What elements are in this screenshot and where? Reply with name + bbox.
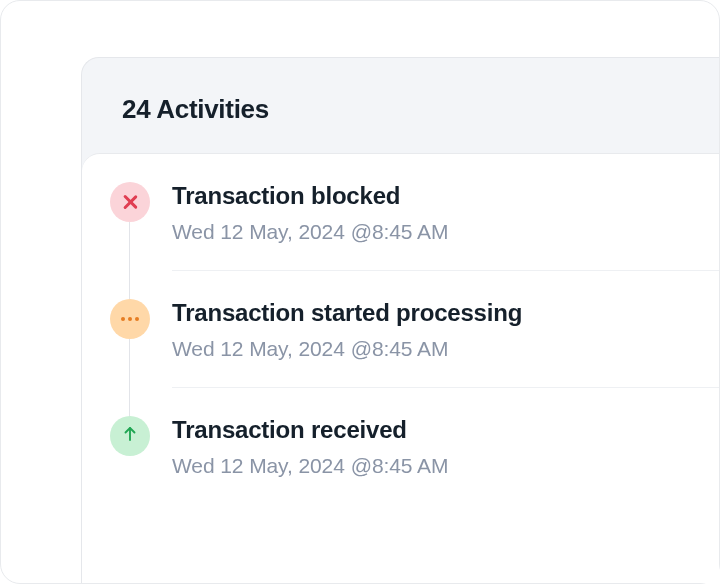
timeline-connector: [129, 222, 130, 305]
received-icon: [110, 416, 150, 456]
outer-card: 24 Activities Transaction blocked Wed 12…: [0, 0, 720, 584]
activity-date: Wed 12 May, 2024: [172, 337, 345, 360]
activity-time: @8:45 AM: [351, 337, 449, 360]
activity-time: @8:45 AM: [351, 220, 449, 243]
activity-list: Transaction blocked Wed 12 May, 2024@8:4…: [110, 182, 719, 532]
activity-timestamp: Wed 12 May, 2024@8:45 AM: [172, 454, 719, 478]
activity-timestamp: Wed 12 May, 2024@8:45 AM: [172, 337, 719, 361]
panel-header: 24 Activities: [82, 58, 719, 153]
activity-title: Transaction received: [172, 416, 719, 444]
activities-card: Transaction blocked Wed 12 May, 2024@8:4…: [82, 153, 719, 583]
activity-content: Transaction started processing Wed 12 Ma…: [172, 299, 719, 388]
activity-title: Transaction started processing: [172, 299, 719, 327]
activity-date: Wed 12 May, 2024: [172, 454, 345, 477]
arrow-up-icon: [121, 425, 139, 447]
activity-content: Transaction received Wed 12 May, 2024@8:…: [172, 416, 719, 504]
panel-title: 24 Activities: [122, 94, 679, 125]
timeline-connector: [129, 339, 130, 422]
activities-panel: 24 Activities Transaction blocked Wed 12…: [81, 57, 719, 583]
activity-item-received[interactable]: Transaction received Wed 12 May, 2024@8:…: [110, 416, 719, 532]
activity-item-processing[interactable]: Transaction started processing Wed 12 Ma…: [110, 299, 719, 416]
activity-timestamp: Wed 12 May, 2024@8:45 AM: [172, 220, 719, 244]
blocked-icon: [110, 182, 150, 222]
activity-item-blocked[interactable]: Transaction blocked Wed 12 May, 2024@8:4…: [110, 182, 719, 299]
activity-title: Transaction blocked: [172, 182, 719, 210]
processing-icon: [110, 299, 150, 339]
dots-icon: [121, 317, 139, 321]
x-icon: [122, 194, 138, 210]
activity-time: @8:45 AM: [351, 454, 449, 477]
activity-date: Wed 12 May, 2024: [172, 220, 345, 243]
activity-content: Transaction blocked Wed 12 May, 2024@8:4…: [172, 182, 719, 271]
